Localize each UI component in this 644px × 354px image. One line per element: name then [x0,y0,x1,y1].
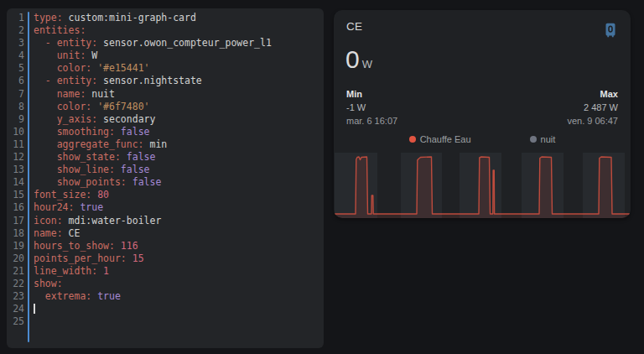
line-number: 4 [7,49,24,62]
yaml-editor[interactable]: 1type: custom:mini-graph-card2entities:3… [7,8,324,348]
line-number: 1 [7,12,24,24]
line-number: 10 [7,126,24,138]
legend-label: Chauffe Eau [420,134,471,144]
line-number: 9 [7,113,24,126]
min-value: -1 W [346,102,397,112]
state-value: 0 [345,45,360,73]
code-line[interactable]: 16hour24: true [7,201,324,214]
code-line[interactable]: 20points_per_hour: 15 [7,252,324,265]
code-line[interactable]: 10 smoothing: false [7,126,324,138]
legend-dot [530,136,537,143]
line-number: 15 [7,189,24,201]
line-number: 2 [7,24,24,37]
min-label: Min [346,89,397,99]
line-number: 5 [7,62,24,75]
water-boiler-icon [601,20,620,44]
code-line[interactable]: 9 y_axis: secondary [7,113,324,126]
card-preview-pane: CE 0W Min -1 W mar. 6 16:07 Max 2 487 W … [324,0,644,354]
code-line[interactable]: 24 [7,303,324,315]
line-number: 7 [7,88,24,101]
extrema-max: Max 2 487 W ven. 9 06:47 [567,89,618,126]
code-line[interactable]: 5 color: '#e15441' [7,62,324,75]
code-line[interactable]: 22show: [7,278,324,290]
line-number: 12 [7,151,24,164]
code-line[interactable]: 1type: custom:mini-graph-card [7,12,324,24]
code-line[interactable]: 13 show_line: false [7,164,324,176]
max-value: 2 487 W [567,102,618,112]
legend-item-chauffe-eau[interactable]: Chauffe Eau [409,134,471,144]
legend-label: nuit [541,134,556,144]
legend-dot [409,136,416,143]
code-line[interactable]: 18name: CE [7,227,324,240]
code-line[interactable]: 25 [7,315,324,328]
line-number: 11 [7,138,24,151]
min-time: mar. 6 16:07 [346,116,397,126]
legend-item-nuit[interactable]: nuit [530,134,556,144]
line-number: 24 [7,303,24,315]
line-number: 21 [7,265,24,278]
graph-legend: Chauffe Eaunuit [334,134,631,144]
code-line[interactable]: 8 color: '#6f7480' [7,101,324,113]
line-number: 6 [7,75,24,87]
code-line[interactable]: 3 - entity: sensor.owon_compteur_power_l… [7,37,324,49]
code-line[interactable]: 4 unit: W [7,49,324,62]
text-cursor [34,304,35,314]
extrema-min: Min -1 W mar. 6 16:07 [346,89,397,126]
state-display: 0W [345,45,372,74]
code-line[interactable]: 14 show_points: false [7,176,324,189]
state-unit: W [362,58,372,70]
code-line[interactable]: 17icon: mdi:water-boiler [7,215,324,227]
line-number: 23 [7,290,24,303]
extrema-section: Min -1 W mar. 6 16:07 Max 2 487 W ven. 9… [346,89,618,126]
line-number: 17 [7,215,24,227]
line-number: 14 [7,176,24,189]
code-line[interactable]: 2entities: [7,24,324,37]
card-header: CE [346,20,620,44]
code-line[interactable]: 11 aggregate_func: min [7,138,324,151]
code-line[interactable]: 7 name: nuit [7,88,324,101]
code-line[interactable]: 12 show_state: false [7,151,324,164]
line-number: 18 [7,227,24,240]
line-number: 13 [7,164,24,176]
line-number: 16 [7,201,24,214]
code-line[interactable]: 23 extrema: true [7,290,324,303]
line-number: 20 [7,252,24,265]
line-number: 25 [7,315,24,328]
editor-code-lines: 1type: custom:mini-graph-card2entities:3… [7,12,324,328]
card-title: CE [346,20,362,33]
line-number: 19 [7,240,24,252]
mini-graph-card[interactable]: CE 0W Min -1 W mar. 6 16:07 Max 2 487 W … [334,10,631,218]
code-line[interactable]: 19hours_to_show: 116 [7,240,324,252]
power-graph [334,153,631,218]
code-line[interactable]: 15font_size: 80 [7,189,324,201]
code-line[interactable]: 6 - entity: sensor.nightstate [7,75,324,87]
max-time: ven. 9 06:47 [567,116,618,126]
line-number: 8 [7,101,24,113]
max-label: Max [567,89,618,99]
code-line[interactable]: 21line_width: 1 [7,265,324,278]
line-number: 3 [7,37,24,49]
line-number: 22 [7,278,24,290]
